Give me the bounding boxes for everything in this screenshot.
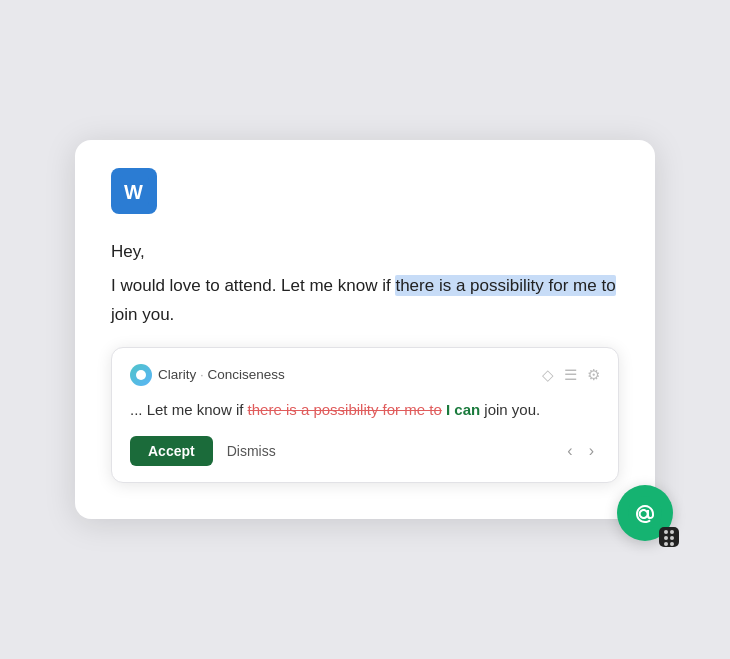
suggestion-strikethrough: there is a possibility for me to bbox=[248, 401, 442, 418]
suggestion-actions: Accept Dismiss ‹ › bbox=[130, 436, 600, 466]
clarity-logo-icon bbox=[130, 364, 152, 386]
suggestion-header-left: Clarity · Conciseness bbox=[130, 364, 285, 386]
suggestion-sep: · bbox=[200, 367, 208, 382]
suggestion-title-text: Clarity bbox=[158, 367, 196, 382]
svg-text:W: W bbox=[124, 181, 143, 203]
body-suffix: join you. bbox=[111, 305, 174, 324]
suggestion-card: Clarity · Conciseness ◇ ☰ ⚙ ... Let me k… bbox=[111, 347, 619, 483]
accept-button[interactable]: Accept bbox=[130, 436, 213, 466]
grammarly-fab-button[interactable] bbox=[617, 485, 673, 541]
prev-suggestion-button[interactable]: ‹ bbox=[561, 440, 578, 462]
suggestion-body-prefix: ... Let me know if bbox=[130, 401, 248, 418]
highlighted-text: there is a possibility for me to bbox=[395, 275, 615, 296]
chat-icon[interactable]: ☰ bbox=[564, 366, 577, 384]
settings-icon[interactable]: ⚙ bbox=[587, 366, 600, 384]
next-suggestion-button[interactable]: › bbox=[583, 440, 600, 462]
dismiss-button[interactable]: Dismiss bbox=[223, 436, 280, 466]
document-body: Hey, I would love to attend. Let me know… bbox=[111, 238, 619, 328]
suggestion-header: Clarity · Conciseness ◇ ☰ ⚙ bbox=[130, 364, 600, 386]
suggestion-body: ... Let me know if there is a possibilit… bbox=[130, 398, 600, 422]
suggestion-icons: ◇ ☰ ⚙ bbox=[542, 366, 600, 384]
navigation-arrows: ‹ › bbox=[561, 440, 600, 462]
suggestion-body-suffix: join you. bbox=[480, 401, 540, 418]
body-prefix: I would love to attend. Let me know if bbox=[111, 276, 395, 295]
word-window: W Hey, I would love to attend. Let me kn… bbox=[75, 140, 655, 518]
suggestion-subtitle-text: Conciseness bbox=[208, 367, 285, 382]
greeting-line: Hey, bbox=[111, 238, 619, 266]
body-line: I would love to attend. Let me know if t… bbox=[111, 272, 619, 328]
word-app-icon: W bbox=[111, 168, 157, 214]
keyboard-dots-icon bbox=[659, 527, 679, 547]
suggestion-title: Clarity · Conciseness bbox=[158, 367, 285, 382]
svg-point-2 bbox=[628, 496, 662, 530]
diamond-icon[interactable]: ◇ bbox=[542, 366, 554, 384]
greeting-text: Hey, bbox=[111, 242, 145, 261]
suggestion-actions-left: Accept Dismiss bbox=[130, 436, 280, 466]
suggestion-insert: I can bbox=[442, 401, 480, 418]
